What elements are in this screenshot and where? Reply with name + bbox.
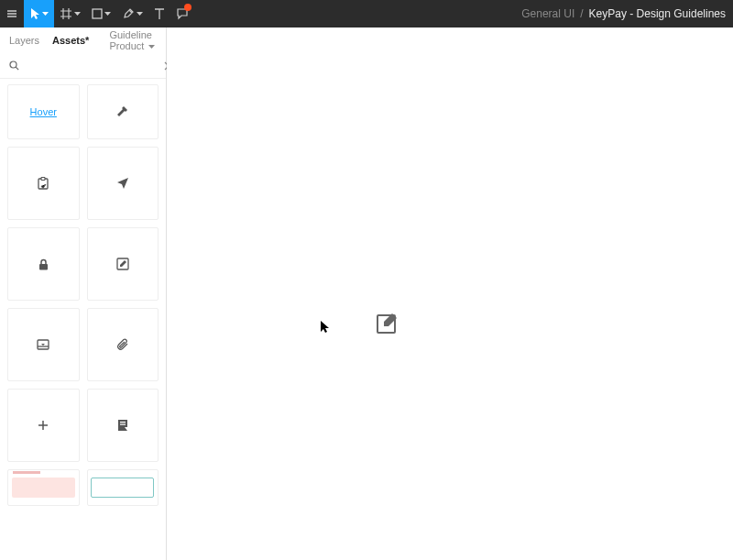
text-tool-button[interactable] xyxy=(148,0,170,27)
asset-lock-icon[interactable] xyxy=(7,227,80,301)
chevron-down-icon xyxy=(42,12,49,16)
notification-dot xyxy=(184,4,191,11)
toolbar-box-icon xyxy=(37,339,49,350)
breadcrumb-parent[interactable]: General UI xyxy=(521,7,574,20)
tab-assets[interactable]: Assets* xyxy=(52,35,89,46)
main-menu-button[interactable] xyxy=(0,0,24,27)
chevron-down-icon xyxy=(74,12,81,16)
assets-grid[interactable]: Hover xyxy=(0,79,166,560)
edit-icon xyxy=(116,258,129,270)
plane-icon xyxy=(116,177,129,190)
canvas[interactable] xyxy=(167,27,733,560)
alert-info-preview xyxy=(91,478,154,498)
asset-archive-icon[interactable] xyxy=(87,389,159,462)
lock-icon xyxy=(38,258,49,270)
left-panel: Layers Assets* Guideline Product Hover xyxy=(0,27,167,560)
asset-hammer-icon[interactable] xyxy=(87,84,159,139)
paperclip-icon xyxy=(116,338,129,351)
asset-alert-info[interactable] xyxy=(87,469,159,506)
svg-rect-7 xyxy=(41,178,45,181)
hammer-icon xyxy=(116,105,129,118)
svg-rect-11 xyxy=(118,420,127,431)
chevron-down-icon xyxy=(137,12,143,16)
search-icon xyxy=(9,60,19,71)
asset-toolbar-icon[interactable] xyxy=(7,308,80,381)
cursor-pointer xyxy=(321,321,330,334)
page-selector[interactable]: Guideline Product xyxy=(109,29,157,51)
breadcrumb: General UI / KeyPay - Design Guidelines xyxy=(521,7,733,20)
assets-search-input[interactable] xyxy=(27,60,157,72)
chevron-down-icon xyxy=(104,12,111,16)
asset-clipboard-icon[interactable] xyxy=(7,147,80,220)
asset-attachment-icon[interactable] xyxy=(87,308,159,381)
shape-tool-button[interactable] xyxy=(86,0,116,27)
hover-text-preview: Hover xyxy=(30,106,57,117)
tab-layers[interactable]: Layers xyxy=(9,35,39,46)
breadcrumb-current[interactable]: KeyPay - Design Guidelines xyxy=(589,7,726,20)
alert-error-preview xyxy=(12,478,75,498)
frame-icon xyxy=(60,7,72,20)
svg-point-1 xyxy=(10,61,16,68)
canvas-component-edit-icon[interactable] xyxy=(376,312,399,335)
asset-alert-error[interactable] xyxy=(7,469,80,506)
move-tool-button[interactable] xyxy=(24,0,54,27)
clipboard-icon xyxy=(38,177,49,190)
svg-rect-0 xyxy=(93,9,102,18)
archive-icon xyxy=(117,419,128,432)
chevron-down-icon xyxy=(148,45,155,49)
plus-icon xyxy=(38,420,49,431)
text-icon xyxy=(154,7,165,20)
frame-tool-button[interactable] xyxy=(54,0,86,27)
asset-plus-icon[interactable] xyxy=(7,389,80,462)
svg-rect-13 xyxy=(120,424,126,425)
panel-tabs: Layers Assets* Guideline Product xyxy=(0,27,166,53)
hamburger-icon xyxy=(5,7,18,20)
asset-plane-icon[interactable] xyxy=(87,147,159,220)
comment-tool-button[interactable] xyxy=(170,0,194,27)
asset-hover-label[interactable]: Hover xyxy=(7,84,80,139)
breadcrumb-separator: / xyxy=(580,7,583,20)
assets-search-row xyxy=(0,53,166,79)
svg-rect-8 xyxy=(39,264,48,270)
asset-edit-icon[interactable] xyxy=(87,227,159,301)
svg-rect-12 xyxy=(120,422,126,423)
pen-tool-button[interactable] xyxy=(116,0,148,27)
rectangle-icon xyxy=(92,8,103,19)
cursor-icon xyxy=(29,7,40,20)
pen-icon xyxy=(122,7,135,20)
page-name: Guideline Product xyxy=(109,29,151,51)
edit-icon xyxy=(376,312,399,335)
top-toolbar: General UI / KeyPay - Design Guidelines xyxy=(0,0,733,27)
